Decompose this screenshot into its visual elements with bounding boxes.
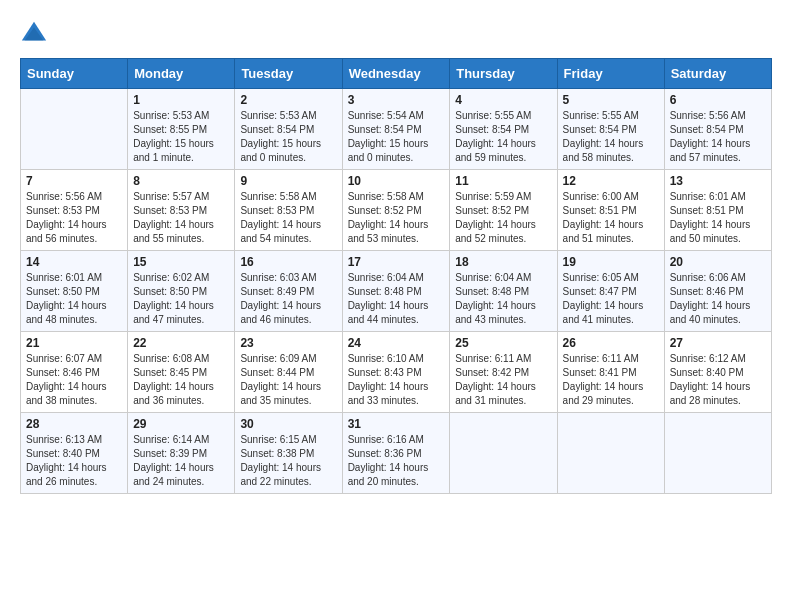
day-number: 11 [455,174,551,188]
calendar-cell: 14Sunrise: 6:01 AMSunset: 8:50 PMDayligh… [21,251,128,332]
calendar-cell: 25Sunrise: 6:11 AMSunset: 8:42 PMDayligh… [450,332,557,413]
day-number: 24 [348,336,445,350]
calendar-cell: 12Sunrise: 6:00 AMSunset: 8:51 PMDayligh… [557,170,664,251]
calendar-cell: 13Sunrise: 6:01 AMSunset: 8:51 PMDayligh… [664,170,771,251]
day-number: 30 [240,417,336,431]
header [20,20,772,48]
calendar-cell: 11Sunrise: 5:59 AMSunset: 8:52 PMDayligh… [450,170,557,251]
day-info: Sunrise: 5:53 AMSunset: 8:55 PMDaylight:… [133,109,229,165]
calendar-cell [557,413,664,494]
calendar-cell: 7Sunrise: 5:56 AMSunset: 8:53 PMDaylight… [21,170,128,251]
day-info: Sunrise: 5:59 AMSunset: 8:52 PMDaylight:… [455,190,551,246]
day-number: 28 [26,417,122,431]
calendar-cell: 3Sunrise: 5:54 AMSunset: 8:54 PMDaylight… [342,89,450,170]
calendar-cell: 30Sunrise: 6:15 AMSunset: 8:38 PMDayligh… [235,413,342,494]
day-info: Sunrise: 6:11 AMSunset: 8:42 PMDaylight:… [455,352,551,408]
day-info: Sunrise: 6:14 AMSunset: 8:39 PMDaylight:… [133,433,229,489]
header-day-saturday: Saturday [664,59,771,89]
day-number: 23 [240,336,336,350]
calendar-cell: 21Sunrise: 6:07 AMSunset: 8:46 PMDayligh… [21,332,128,413]
day-info: Sunrise: 5:55 AMSunset: 8:54 PMDaylight:… [455,109,551,165]
calendar-cell [664,413,771,494]
calendar-cell: 2Sunrise: 5:53 AMSunset: 8:54 PMDaylight… [235,89,342,170]
day-number: 31 [348,417,445,431]
day-info: Sunrise: 5:54 AMSunset: 8:54 PMDaylight:… [348,109,445,165]
day-number: 21 [26,336,122,350]
day-number: 2 [240,93,336,107]
calendar-cell: 18Sunrise: 6:04 AMSunset: 8:48 PMDayligh… [450,251,557,332]
day-info: Sunrise: 6:09 AMSunset: 8:44 PMDaylight:… [240,352,336,408]
day-info: Sunrise: 6:13 AMSunset: 8:40 PMDaylight:… [26,433,122,489]
logo [20,20,52,48]
calendar-cell: 27Sunrise: 6:12 AMSunset: 8:40 PMDayligh… [664,332,771,413]
day-number: 6 [670,93,766,107]
day-info: Sunrise: 6:05 AMSunset: 8:47 PMDaylight:… [563,271,659,327]
day-info: Sunrise: 6:04 AMSunset: 8:48 PMDaylight:… [455,271,551,327]
calendar-cell: 19Sunrise: 6:05 AMSunset: 8:47 PMDayligh… [557,251,664,332]
day-info: Sunrise: 6:08 AMSunset: 8:45 PMDaylight:… [133,352,229,408]
day-info: Sunrise: 5:53 AMSunset: 8:54 PMDaylight:… [240,109,336,165]
day-info: Sunrise: 6:06 AMSunset: 8:46 PMDaylight:… [670,271,766,327]
header-day-tuesday: Tuesday [235,59,342,89]
logo-icon [20,20,48,48]
day-info: Sunrise: 6:16 AMSunset: 8:36 PMDaylight:… [348,433,445,489]
day-info: Sunrise: 5:58 AMSunset: 8:52 PMDaylight:… [348,190,445,246]
day-info: Sunrise: 6:03 AMSunset: 8:49 PMDaylight:… [240,271,336,327]
day-info: Sunrise: 5:55 AMSunset: 8:54 PMDaylight:… [563,109,659,165]
week-row-2: 7Sunrise: 5:56 AMSunset: 8:53 PMDaylight… [21,170,772,251]
day-info: Sunrise: 6:04 AMSunset: 8:48 PMDaylight:… [348,271,445,327]
day-number: 29 [133,417,229,431]
calendar-cell: 23Sunrise: 6:09 AMSunset: 8:44 PMDayligh… [235,332,342,413]
calendar-cell: 4Sunrise: 5:55 AMSunset: 8:54 PMDaylight… [450,89,557,170]
calendar-cell [450,413,557,494]
day-info: Sunrise: 6:15 AMSunset: 8:38 PMDaylight:… [240,433,336,489]
calendar-cell: 8Sunrise: 5:57 AMSunset: 8:53 PMDaylight… [128,170,235,251]
calendar-cell: 5Sunrise: 5:55 AMSunset: 8:54 PMDaylight… [557,89,664,170]
day-info: Sunrise: 6:00 AMSunset: 8:51 PMDaylight:… [563,190,659,246]
day-number: 10 [348,174,445,188]
day-number: 18 [455,255,551,269]
calendar-cell: 20Sunrise: 6:06 AMSunset: 8:46 PMDayligh… [664,251,771,332]
week-row-3: 14Sunrise: 6:01 AMSunset: 8:50 PMDayligh… [21,251,772,332]
calendar-cell: 31Sunrise: 6:16 AMSunset: 8:36 PMDayligh… [342,413,450,494]
day-number: 22 [133,336,229,350]
day-info: Sunrise: 6:01 AMSunset: 8:50 PMDaylight:… [26,271,122,327]
day-number: 8 [133,174,229,188]
week-row-5: 28Sunrise: 6:13 AMSunset: 8:40 PMDayligh… [21,413,772,494]
day-number: 25 [455,336,551,350]
calendar-cell: 26Sunrise: 6:11 AMSunset: 8:41 PMDayligh… [557,332,664,413]
calendar-cell: 16Sunrise: 6:03 AMSunset: 8:49 PMDayligh… [235,251,342,332]
day-info: Sunrise: 6:11 AMSunset: 8:41 PMDaylight:… [563,352,659,408]
header-day-sunday: Sunday [21,59,128,89]
day-number: 17 [348,255,445,269]
day-number: 3 [348,93,445,107]
day-number: 12 [563,174,659,188]
day-number: 19 [563,255,659,269]
day-number: 20 [670,255,766,269]
day-number: 5 [563,93,659,107]
calendar-cell: 1Sunrise: 5:53 AMSunset: 8:55 PMDaylight… [128,89,235,170]
day-number: 27 [670,336,766,350]
calendar-cell: 10Sunrise: 5:58 AMSunset: 8:52 PMDayligh… [342,170,450,251]
day-number: 14 [26,255,122,269]
day-info: Sunrise: 6:02 AMSunset: 8:50 PMDaylight:… [133,271,229,327]
day-number: 7 [26,174,122,188]
day-info: Sunrise: 5:56 AMSunset: 8:53 PMDaylight:… [26,190,122,246]
day-number: 26 [563,336,659,350]
day-info: Sunrise: 5:56 AMSunset: 8:54 PMDaylight:… [670,109,766,165]
calendar-table: SundayMondayTuesdayWednesdayThursdayFrid… [20,58,772,494]
header-day-wednesday: Wednesday [342,59,450,89]
day-number: 4 [455,93,551,107]
calendar-cell: 22Sunrise: 6:08 AMSunset: 8:45 PMDayligh… [128,332,235,413]
week-row-1: 1Sunrise: 5:53 AMSunset: 8:55 PMDaylight… [21,89,772,170]
day-info: Sunrise: 6:01 AMSunset: 8:51 PMDaylight:… [670,190,766,246]
header-row: SundayMondayTuesdayWednesdayThursdayFrid… [21,59,772,89]
day-info: Sunrise: 5:57 AMSunset: 8:53 PMDaylight:… [133,190,229,246]
header-day-monday: Monday [128,59,235,89]
day-info: Sunrise: 6:07 AMSunset: 8:46 PMDaylight:… [26,352,122,408]
calendar-cell [21,89,128,170]
calendar-cell: 6Sunrise: 5:56 AMSunset: 8:54 PMDaylight… [664,89,771,170]
calendar-cell: 29Sunrise: 6:14 AMSunset: 8:39 PMDayligh… [128,413,235,494]
day-number: 15 [133,255,229,269]
calendar-cell: 15Sunrise: 6:02 AMSunset: 8:50 PMDayligh… [128,251,235,332]
